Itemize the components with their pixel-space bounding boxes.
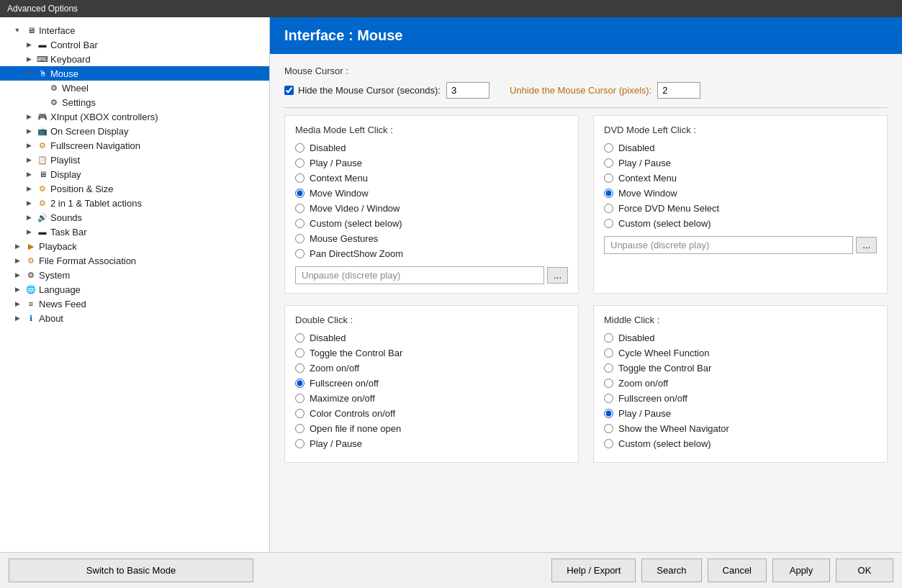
radio-ml-context-menu[interactable]: [295, 173, 305, 183]
expander-task-bar[interactable]: ▶: [23, 226, 35, 238]
radio-ml-disabled[interactable]: [295, 143, 305, 153]
expander-playlist[interactable]: ▶: [23, 154, 35, 166]
sidebar-item-file-format[interactable]: ▶⚙File Format Association: [0, 253, 269, 268]
radio-option-ml-disabled[interactable]: Disabled: [295, 143, 568, 153]
hide-cursor-label[interactable]: Hide the Mouse Cursor (seconds):: [284, 85, 441, 96]
radio-option-ml-mouse-gestures[interactable]: Mouse Gestures: [295, 233, 568, 244]
expander-settings[interactable]: [35, 96, 46, 108]
radio-dc-open-file[interactable]: [295, 424, 305, 433]
radio-option-mc-custom[interactable]: Custom (select below): [604, 438, 877, 449]
radio-mc-wheel-navigator[interactable]: [604, 424, 613, 433]
expander-about[interactable]: ▶: [12, 312, 23, 324]
unhide-cursor-value[interactable]: [657, 82, 700, 99]
expander-position-size[interactable]: ▶: [23, 183, 35, 194]
sidebar-item-xinput[interactable]: ▶🎮XInput (XBOX controllers): [0, 109, 269, 124]
radio-option-dl-force-dvd[interactable]: Force DVD Menu Select: [604, 203, 877, 214]
radio-dc-play-pause[interactable]: [295, 439, 305, 448]
help-export-button[interactable]: Help / Export: [551, 558, 636, 582]
sidebar-item-control-bar[interactable]: ▶▬Control Bar: [0, 37, 269, 52]
radio-option-dc-fullscreen[interactable]: Fullscreen on/off: [295, 378, 568, 389]
radio-option-mc-zoom[interactable]: Zoom on/off: [604, 378, 877, 389]
switch-mode-button[interactable]: Switch to Basic Mode: [9, 558, 253, 582]
radio-option-dc-open-file[interactable]: Open file if none open: [295, 423, 568, 434]
sidebar-item-language[interactable]: ▶🌐Language: [0, 282, 269, 297]
expander-keyboard[interactable]: ▶: [23, 53, 35, 65]
radio-option-ml-move-video[interactable]: Move Video / Window: [295, 203, 568, 214]
radio-dl-force-dvd[interactable]: [604, 204, 613, 213]
radio-option-dc-toggle-control[interactable]: Toggle the Control Bar: [295, 348, 568, 358]
radio-option-ml-move-window[interactable]: Move Window: [295, 188, 568, 199]
expander-osd[interactable]: ▶: [23, 125, 35, 137]
radio-dl-move-window[interactable]: [604, 189, 613, 198]
expander-mouse[interactable]: ▼: [23, 68, 35, 79]
radio-dl-context-menu[interactable]: [604, 173, 613, 183]
radio-mc-custom[interactable]: [604, 439, 613, 448]
expander-2in1[interactable]: ▶: [23, 197, 35, 209]
radio-option-mc-cycle-wheel[interactable]: Cycle Wheel Function: [604, 348, 877, 358]
expander-control-bar[interactable]: ▶: [23, 39, 35, 50]
radio-mc-zoom[interactable]: [604, 379, 613, 388]
radio-dc-maximize[interactable]: [295, 394, 305, 403]
sidebar-item-playback[interactable]: ▶▶Playback: [0, 239, 269, 253]
radio-ml-play-pause[interactable]: [295, 158, 305, 168]
radio-dc-zoom[interactable]: [295, 363, 305, 373]
expander-wheel[interactable]: [35, 82, 46, 94]
sidebar-item-playlist[interactable]: ▶📋Playlist: [0, 153, 269, 167]
expander-playback[interactable]: ▶: [12, 240, 23, 252]
cancel-button[interactable]: Cancel: [708, 558, 767, 582]
dvd-custom-btn[interactable]: ...: [856, 237, 877, 253]
radio-option-ml-context-menu[interactable]: Context Menu: [295, 173, 568, 184]
expander-sounds[interactable]: ▶: [23, 212, 35, 223]
sidebar-item-fullscreen-nav[interactable]: ▶⚙Fullscreen Navigation: [0, 138, 269, 153]
radio-option-dl-context-menu[interactable]: Context Menu: [604, 173, 877, 184]
radio-dl-custom[interactable]: [604, 219, 613, 228]
sidebar-item-news-feed[interactable]: ▶≡News Feed: [0, 297, 269, 311]
radio-option-dc-play-pause[interactable]: Play / Pause: [295, 438, 568, 449]
hide-cursor-value[interactable]: [446, 82, 490, 99]
radio-option-dc-maximize[interactable]: Maximize on/off: [295, 393, 568, 404]
sidebar-item-keyboard[interactable]: ▶⌨Keyboard: [0, 52, 269, 66]
radio-option-ml-play-pause[interactable]: Play / Pause: [295, 158, 568, 168]
radio-mc-disabled[interactable]: [604, 333, 613, 343]
sidebar-item-interface[interactable]: ▼🖥Interface: [0, 23, 269, 37]
radio-dc-disabled[interactable]: [295, 333, 305, 343]
radio-option-dl-move-window[interactable]: Move Window: [604, 188, 877, 199]
radio-option-dl-custom[interactable]: Custom (select below): [604, 218, 877, 229]
radio-ml-mouse-gestures[interactable]: [295, 234, 305, 243]
radio-dc-fullscreen[interactable]: [295, 379, 305, 388]
radio-option-mc-wheel-navigator[interactable]: Show the Wheel Navigator: [604, 423, 877, 434]
expander-language[interactable]: ▶: [12, 284, 23, 295]
expander-system[interactable]: ▶: [12, 269, 23, 281]
radio-dl-play-pause[interactable]: [604, 158, 613, 168]
radio-option-mc-toggle-control[interactable]: Toggle the Control Bar: [604, 363, 877, 374]
sidebar-item-2in1[interactable]: ▶⚙2 in 1 & Tablet actions: [0, 196, 269, 210]
radio-option-dc-zoom[interactable]: Zoom on/off: [295, 363, 568, 374]
radio-mc-toggle-control[interactable]: [604, 363, 613, 373]
radio-mc-play-pause[interactable]: [604, 409, 613, 418]
sidebar-item-mouse[interactable]: ▼🖱Mouse: [0, 66, 269, 81]
radio-ml-custom[interactable]: [295, 219, 305, 228]
radio-option-dl-disabled[interactable]: Disabled: [604, 143, 877, 153]
sidebar-item-osd[interactable]: ▶📺On Screen Display: [0, 124, 269, 138]
radio-ml-move-video[interactable]: [295, 204, 305, 213]
radio-ml-move-window[interactable]: [295, 189, 305, 198]
dvd-custom-input[interactable]: [604, 236, 853, 254]
expander-fullscreen-nav[interactable]: ▶: [23, 140, 35, 151]
sidebar-item-display[interactable]: ▶🖥Display: [0, 167, 269, 181]
ok-button[interactable]: OK: [836, 558, 893, 582]
sidebar-item-position-size[interactable]: ▶⚙Position & Size: [0, 181, 269, 196]
expander-display[interactable]: ▶: [23, 168, 35, 180]
sidebar-item-sounds[interactable]: ▶🔊Sounds: [0, 210, 269, 225]
search-button[interactable]: Search: [641, 558, 701, 582]
expander-interface[interactable]: ▼: [12, 24, 23, 36]
expander-news-feed[interactable]: ▶: [12, 298, 23, 309]
sidebar-item-about[interactable]: ▶ℹAbout: [0, 311, 269, 325]
radio-option-mc-fullscreen[interactable]: Fullscreen on/off: [604, 393, 877, 404]
radio-option-ml-custom[interactable]: Custom (select below): [295, 218, 568, 229]
media-custom-input[interactable]: [295, 266, 544, 284]
expander-file-format[interactable]: ▶: [12, 255, 23, 266]
expander-xinput[interactable]: ▶: [23, 111, 35, 122]
radio-option-dl-play-pause[interactable]: Play / Pause: [604, 158, 877, 168]
radio-ml-pan-directshow[interactable]: [295, 249, 305, 258]
radio-option-dc-disabled[interactable]: Disabled: [295, 333, 568, 343]
